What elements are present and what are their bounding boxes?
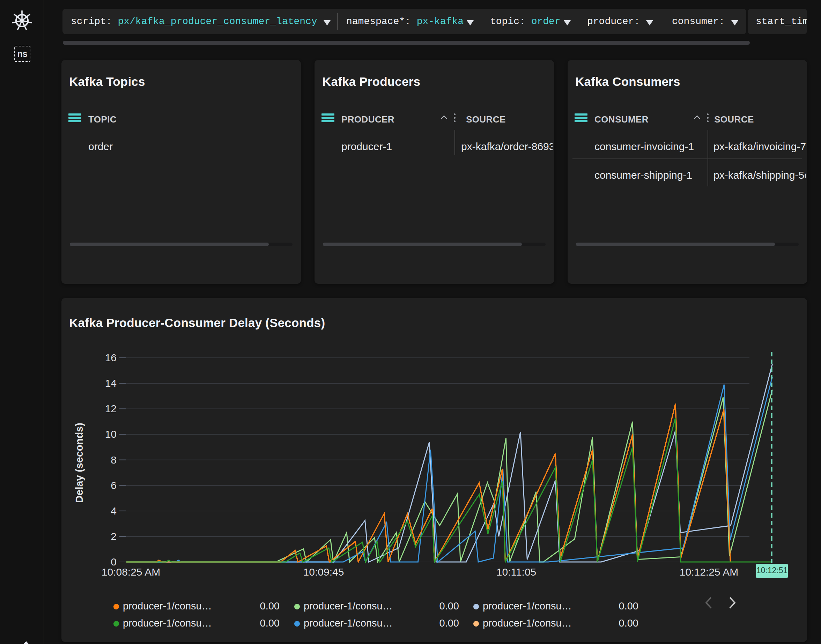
svg-text:10:09:45: 10:09:45: [303, 566, 344, 578]
svg-text:10:12:51: 10:12:51: [757, 566, 788, 575]
svg-text:2: 2: [110, 531, 117, 542]
svg-text:12: 12: [105, 403, 117, 414]
svg-text:Delay (seconds): Delay (seconds): [73, 423, 85, 503]
svg-text:10: 10: [105, 428, 117, 440]
svg-text:6: 6: [110, 480, 117, 491]
svg-text:8: 8: [110, 454, 117, 466]
svg-text:10:12:25 AM: 10:12:25 AM: [680, 566, 738, 578]
svg-text:14: 14: [105, 377, 117, 389]
svg-text:10:08:25 AM: 10:08:25 AM: [101, 566, 160, 578]
svg-text:10:11:05: 10:11:05: [496, 566, 537, 578]
svg-text:4: 4: [110, 505, 117, 517]
svg-text:16: 16: [105, 352, 117, 363]
